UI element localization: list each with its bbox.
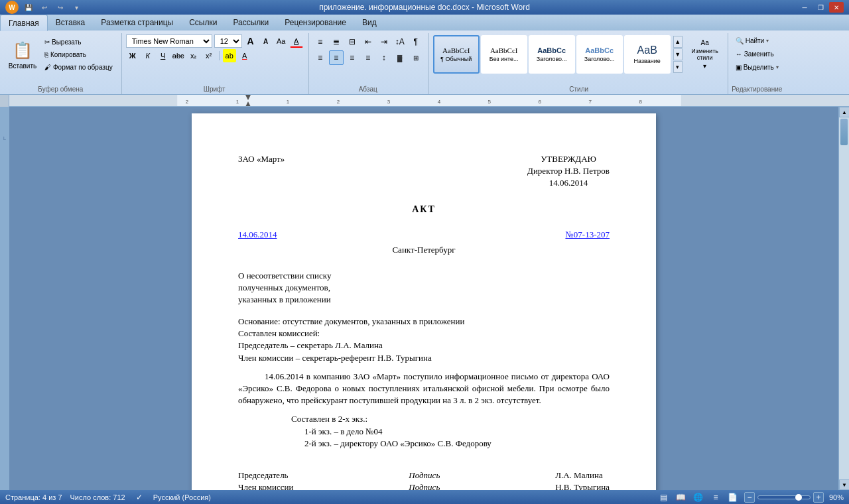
status-bar: Страница: 4 из 7 Число слов: 712 ✓ Русск… <box>0 490 849 504</box>
align-right-button[interactable]: ≡ <box>345 50 359 65</box>
subject-line3: указанных в приложении <box>238 294 610 306</box>
svg-text:5: 5 <box>488 99 491 105</box>
paste-button[interactable]: 📋 Вставить <box>5 34 40 74</box>
full-reading-button[interactable]: 📖 <box>675 491 687 503</box>
document-area[interactable]: ЗАО «Март» УТВЕРЖДАЮ Директор Н.В. Петро… <box>9 107 838 490</box>
shading-button[interactable]: ▓ <box>393 50 407 65</box>
replace-button[interactable]: ↔ Заменить <box>732 48 782 60</box>
styles-scroll-more[interactable]: ▾ <box>673 61 683 73</box>
tab-mailings[interactable]: Рассылки <box>225 15 277 31</box>
doc-header-left: ЗАО «Март» <box>238 153 285 190</box>
align-left-button[interactable]: ≡ <box>313 50 328 65</box>
draft-button[interactable]: 📄 <box>727 491 739 503</box>
format-painter-button[interactable]: 🖌 Формат по образцу <box>41 61 116 73</box>
borders-button[interactable]: ⊞ <box>409 50 423 65</box>
cut-button[interactable]: ✂ Вырезать <box>41 36 116 48</box>
change-case-button[interactable]: Аа <box>275 34 288 48</box>
bullets-button[interactable]: ≡ <box>313 34 328 49</box>
svg-rect-14 <box>0 107 9 490</box>
composed-text: Составлен комиссией: <box>238 328 610 340</box>
qat-dropdown[interactable]: ▾ <box>70 2 82 13</box>
font-group: Times New Roman 12 A A Аа A Ж К Ч abc x₂ <box>123 33 309 94</box>
print-layout-button[interactable]: ▤ <box>658 491 670 503</box>
zoom-in-button[interactable]: + <box>813 492 824 503</box>
office-logo[interactable]: W <box>5 1 19 14</box>
styles-scroll-down[interactable]: ▼ <box>673 48 683 60</box>
superscript-button[interactable]: x² <box>202 49 216 62</box>
tab-page-layout[interactable]: Разметка страницы <box>93 15 181 31</box>
scroll-track[interactable] <box>839 117 849 479</box>
copy-button[interactable]: ⎘ Копировать <box>41 48 116 60</box>
zoom-out-button[interactable]: − <box>744 492 755 503</box>
underline-button[interactable]: Ч <box>157 49 170 62</box>
italic-button[interactable]: К <box>141 49 155 62</box>
justify-button[interactable]: ≡ <box>361 50 375 65</box>
doc-header: ЗАО «Март» УТВЕРЖДАЮ Директор Н.В. Петро… <box>238 153 610 190</box>
spell-check-icon[interactable]: ✓ <box>133 491 145 503</box>
change-styles-button[interactable]: Aa Изменить стили ▾ <box>685 34 725 74</box>
clipboard-label: Буфер обмена <box>38 86 83 93</box>
styles-gallery: AaBbCcI ¶ Обычный AaBbCcI Без инте... Aa… <box>433 34 684 74</box>
style-normal[interactable]: AaBbCcI ¶ Обычный <box>433 35 480 74</box>
qat-save[interactable]: 💾 <box>23 2 34 13</box>
font-name-select[interactable]: Times New Roman <box>126 34 212 48</box>
zoom-container: − + <box>744 492 824 503</box>
close-button[interactable]: ✕ <box>829 2 844 13</box>
tab-view[interactable]: Вид <box>354 15 385 31</box>
increase-indent-button[interactable]: ⇥ <box>377 34 391 49</box>
clear-format-button[interactable]: A <box>290 34 303 48</box>
font-size-select[interactable]: 12 <box>214 34 242 48</box>
numbering-button[interactable]: ≣ <box>329 34 344 49</box>
sort-button[interactable]: ↕A <box>393 34 407 49</box>
bold-button[interactable]: Ж <box>126 49 139 62</box>
window-buttons: ─ ❐ ✕ <box>797 2 844 13</box>
editing-label: Редактирование <box>732 86 782 93</box>
decrease-indent-button[interactable]: ⇤ <box>361 34 375 49</box>
vertical-scrollbar[interactable]: ▲ ▼ <box>838 107 849 490</box>
style-heading2[interactable]: AaBbCc Заголово... <box>576 35 623 74</box>
document-page: ЗАО «Март» УТВЕРЖДАЮ Директор Н.В. Петро… <box>192 113 656 490</box>
shrink-font-button[interactable]: A <box>259 34 273 48</box>
text-highlight-button[interactable]: ab <box>223 49 236 62</box>
qat-undo[interactable]: ↩ <box>38 2 50 13</box>
language[interactable]: Русский (Россия) <box>153 493 211 501</box>
copy1-text: 1-й экз. – в дело №04 <box>304 426 610 438</box>
font-color-button[interactable]: A <box>238 49 251 62</box>
line-spacing-button[interactable]: ↕ <box>377 50 391 65</box>
grow-font-button[interactable]: A <box>244 34 257 48</box>
subscript-button[interactable]: x₂ <box>187 49 200 62</box>
scroll-up-button[interactable]: ▲ <box>839 107 849 117</box>
restore-button[interactable]: ❐ <box>813 2 828 13</box>
styles-scroll-up[interactable]: ▲ <box>673 36 683 48</box>
tab-insert[interactable]: Вставка <box>48 15 94 31</box>
scroll-thumb[interactable] <box>840 119 848 145</box>
basis-text: Основание: отсутствие документов, указан… <box>238 316 610 328</box>
tab-review[interactable]: Рецензирование <box>277 15 354 31</box>
outline-button[interactable]: ≡ <box>710 491 722 503</box>
align-center-button[interactable]: ≡ <box>329 50 344 65</box>
select-button[interactable]: ▣ Выделить ▾ <box>732 61 782 73</box>
style-heading1[interactable]: AaBbCc Заголово... <box>529 35 575 74</box>
svg-text:2: 2 <box>186 99 189 105</box>
editing-group-content: 🔍 Найти ▾ ↔ Заменить ▣ Выделить ▾ <box>732 34 782 93</box>
copy-label: Копировать <box>50 51 86 58</box>
qat-redo[interactable]: ↪ <box>54 2 66 13</box>
tab-references[interactable]: Ссылки <box>181 15 225 31</box>
document-copies: Составлен в 2-х экз.: 1-й экз. – в дело … <box>291 413 610 450</box>
font-row1: Times New Roman 12 A A Аа A <box>126 34 303 48</box>
web-layout-button[interactable]: 🌐 <box>692 491 704 503</box>
tab-home[interactable]: Главная <box>0 15 48 31</box>
zoom-slider[interactable] <box>757 495 811 499</box>
strikethrough-button[interactable]: abc <box>172 49 185 62</box>
svg-text:8: 8 <box>639 99 643 105</box>
show-hide-button[interactable]: ¶ <box>409 34 423 49</box>
style-title[interactable]: АаВ Название <box>624 35 671 74</box>
zoom-thumb[interactable] <box>795 494 802 501</box>
find-button[interactable]: 🔍 Найти ▾ <box>732 34 782 46</box>
styles-group: AaBbCcI ¶ Обычный AaBbCcI Без инте... Aa… <box>430 33 728 94</box>
sig-role2: Член комиссии <box>238 481 293 490</box>
multilevel-list-button[interactable]: ⊟ <box>345 34 359 49</box>
scroll-down-button[interactable]: ▼ <box>839 479 849 490</box>
style-no-spacing[interactable]: AaBbCcI Без инте... <box>481 35 527 74</box>
minimize-button[interactable]: ─ <box>797 2 812 13</box>
